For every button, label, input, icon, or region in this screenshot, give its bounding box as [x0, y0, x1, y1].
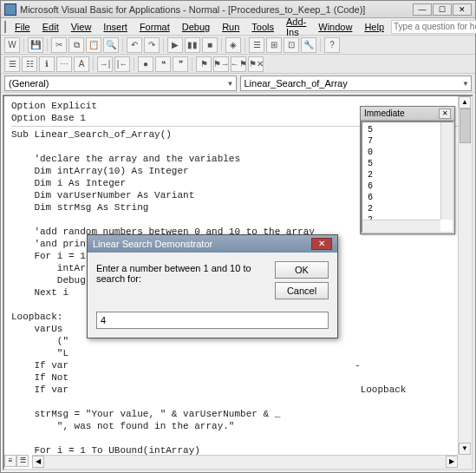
- menu-insert[interactable]: Insert: [98, 20, 133, 34]
- next-bookmark-icon[interactable]: ⚑→: [213, 56, 229, 72]
- list-properties-icon[interactable]: ☰: [4, 56, 20, 72]
- toolbox-icon[interactable]: 🔧: [301, 37, 316, 53]
- menubar: File Edit View Insert Format Debug Run T…: [1, 18, 475, 36]
- paste-icon[interactable]: 📋: [86, 37, 101, 53]
- copy-icon[interactable]: ⧉: [68, 37, 84, 53]
- object-selector[interactable]: (General): [4, 76, 237, 91]
- run-icon[interactable]: ▶: [167, 37, 183, 53]
- menu-format[interactable]: Format: [134, 20, 175, 34]
- comment-icon[interactable]: ❝: [155, 56, 171, 72]
- design-mode-icon[interactable]: ◈: [225, 37, 241, 53]
- ok-button[interactable]: OK: [275, 261, 329, 279]
- immediate-close-icon[interactable]: ✕: [439, 108, 451, 119]
- menu-help[interactable]: Help: [359, 20, 389, 34]
- immediate-line: 2: [368, 203, 447, 214]
- uncomment-icon[interactable]: ❞: [173, 56, 188, 72]
- immediate-line: 6: [368, 181, 447, 192]
- edit-toolbar: ☰ ☷ ℹ ⋯ A →| |← ● ❝ ❞ ⚑ ⚑→ ←⚑ ⚑✕: [1, 55, 475, 74]
- list-constants-icon[interactable]: ☷: [22, 56, 37, 72]
- break-icon[interactable]: ▮▮: [185, 37, 200, 53]
- dialog-titlebar[interactable]: Linear Search Demonstrator ✕: [88, 235, 337, 253]
- close-button[interactable]: ✕: [453, 3, 472, 16]
- immediate-line: 0: [368, 147, 447, 158]
- scroll-left-icon[interactable]: ◀: [32, 456, 44, 468]
- menu-edit[interactable]: Edit: [37, 20, 64, 34]
- dialog-close-icon[interactable]: ✕: [311, 238, 332, 250]
- dialog-prompt: Enter a number between 1 and 10 to searc…: [96, 261, 268, 284]
- reset-icon[interactable]: ■: [202, 37, 218, 53]
- clear-bookmarks-icon[interactable]: ⚑✕: [248, 56, 264, 72]
- scroll-up-icon[interactable]: ▲: [459, 96, 471, 108]
- procedure-selector[interactable]: Linear_Search_of_Array: [240, 76, 473, 91]
- minimize-button[interactable]: —: [413, 3, 432, 16]
- menu-view[interactable]: View: [66, 20, 97, 34]
- menu-window[interactable]: Window: [313, 20, 357, 34]
- find-icon[interactable]: 🔍: [103, 37, 119, 53]
- save-icon[interactable]: 💾: [28, 37, 43, 53]
- immediate-window[interactable]: Immediate ✕ 5 7 0 5 2 6 6 2 2: [360, 106, 455, 234]
- immediate-titlebar[interactable]: Immediate ✕: [361, 107, 454, 121]
- vertical-scrollbar[interactable]: ▲ ▼: [458, 96, 472, 455]
- view-word-icon[interactable]: W: [4, 37, 20, 53]
- scroll-thumb[interactable]: [460, 108, 471, 143]
- bookmark-icon[interactable]: ⚑: [196, 56, 212, 72]
- complete-word-icon[interactable]: A: [74, 56, 89, 72]
- menu-debug[interactable]: Debug: [177, 20, 215, 34]
- project-explorer-icon[interactable]: ☰: [249, 37, 264, 53]
- redo-icon[interactable]: ↷: [144, 37, 160, 53]
- undo-icon[interactable]: ↶: [127, 37, 142, 53]
- inputbox-dialog: Linear Search Demonstrator ✕ Enter a num…: [87, 234, 338, 338]
- breakpoint-icon[interactable]: ●: [138, 56, 153, 72]
- full-module-view-icon[interactable]: ☰: [16, 455, 29, 467]
- procedure-view-icon[interactable]: ≡: [4, 455, 16, 467]
- immediate-line: 6: [368, 192, 447, 203]
- quick-info-icon[interactable]: ℹ: [39, 56, 55, 72]
- menu-file[interactable]: File: [10, 20, 36, 34]
- menu-run[interactable]: Run: [217, 20, 245, 34]
- immediate-line: 5: [368, 124, 447, 135]
- immediate-line: 2: [368, 169, 447, 181]
- properties-icon[interactable]: ⊞: [266, 37, 282, 53]
- scroll-down-icon[interactable]: ▼: [459, 443, 471, 455]
- menu-tools[interactable]: Tools: [246, 20, 279, 34]
- immediate-line: 5: [368, 158, 447, 169]
- maximize-button[interactable]: ☐: [433, 3, 452, 16]
- outdent-icon[interactable]: |←: [114, 56, 130, 72]
- titlebar[interactable]: Microsoft Visual Basic for Applications …: [1, 1, 475, 18]
- indent-icon[interactable]: →|: [97, 56, 113, 72]
- app-icon: [4, 3, 16, 16]
- code-selectors: (General) Linear_Search_of_Array: [1, 74, 475, 93]
- system-menu-icon[interactable]: [4, 21, 6, 33]
- cut-icon[interactable]: ✂: [51, 37, 67, 53]
- dialog-title: Linear Search Demonstrator: [93, 239, 212, 249]
- parameter-info-icon[interactable]: ⋯: [56, 56, 72, 72]
- prev-bookmark-icon[interactable]: ←⚑: [231, 56, 246, 72]
- standard-toolbar: W 💾 ✂ ⧉ 📋 🔍 ↶ ↷ ▶ ▮▮ ■ ◈ ☰ ⊞ ⊡ 🔧 ?: [1, 36, 475, 55]
- dialog-input[interactable]: [96, 312, 329, 329]
- immediate-vscroll[interactable]: [440, 122, 453, 220]
- immediate-body[interactable]: 5 7 0 5 2 6 6 2 2: [361, 121, 454, 233]
- help-icon[interactable]: ?: [324, 37, 340, 53]
- immediate-title: Immediate: [364, 108, 405, 118]
- object-browser-icon[interactable]: ⊡: [284, 37, 299, 53]
- window-title: Microsoft Visual Basic for Applications …: [20, 4, 413, 15]
- immediate-hscroll[interactable]: [362, 220, 440, 232]
- scroll-right-icon[interactable]: ▶: [446, 456, 458, 468]
- cancel-button[interactable]: Cancel: [275, 282, 329, 299]
- help-search-input[interactable]: [391, 20, 476, 34]
- immediate-line: 7: [368, 135, 447, 147]
- horizontal-scrollbar[interactable]: ◀ ▶: [32, 455, 458, 469]
- scroll-corner: [458, 455, 472, 469]
